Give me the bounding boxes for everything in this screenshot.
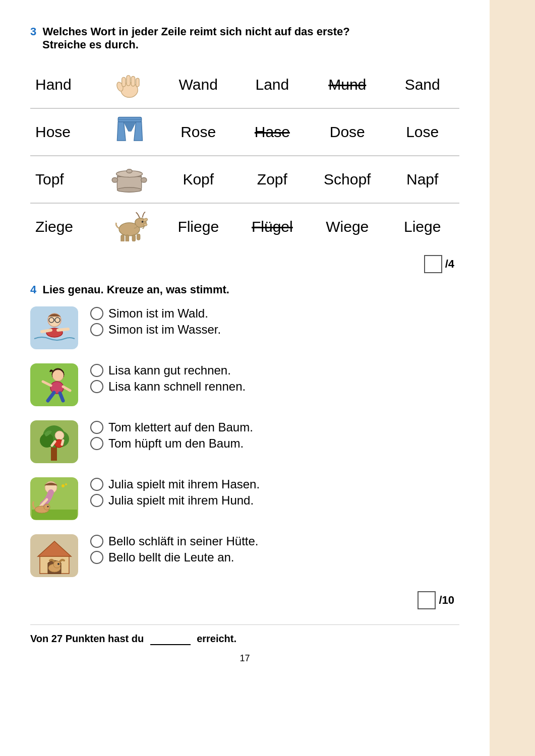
svg-point-54 — [44, 504, 50, 510]
svg-point-63 — [57, 563, 60, 565]
section-3-title: 3 Welches Wort in jeder Zeile reimt sich… — [30, 25, 459, 51]
simon-option-1-text: Simon ist im Wald. — [108, 306, 208, 321]
radio-lisa-2[interactable] — [90, 380, 103, 393]
word-dose: Dose — [309, 108, 385, 156]
tom-option-2-text: Tom hüpft um den Baum. — [108, 436, 244, 451]
pot-icon-cell — [97, 156, 161, 203]
svg-rect-23 — [137, 234, 140, 240]
score-3-box — [424, 255, 442, 273]
tom-option-1-text: Tom klettert auf den Baum. — [108, 420, 253, 434]
tom-image — [30, 420, 78, 463]
pot-icon — [110, 161, 148, 194]
first-word-hose: Hose — [30, 108, 97, 156]
word-zopf: Zopf — [235, 156, 310, 203]
question-simon: Simon ist im Wald. Simon ist im Wasser. — [30, 306, 459, 349]
section-3-instruction-2: Streiche es durch. — [42, 38, 139, 51]
lisa-option-1-text: Lisa kann gut rechnen. — [108, 363, 231, 377]
julia-illustration — [32, 478, 77, 520]
section-3: 3 Welches Wort in jeder Zeile reimt sich… — [30, 25, 459, 273]
simon-options: Simon ist im Wald. Simon ist im Wasser. — [90, 306, 221, 337]
table-row: Hand — [30, 61, 459, 108]
score-4-box — [418, 591, 436, 609]
svg-point-18 — [142, 221, 144, 223]
radio-simon-2[interactable] — [90, 323, 103, 336]
first-word-hand: Hand — [30, 61, 97, 108]
svg-line-28 — [58, 329, 68, 330]
radio-tom-2[interactable] — [90, 437, 103, 450]
word-wand: Wand — [161, 61, 235, 108]
word-schopf: Schopf — [309, 156, 385, 203]
tom-option-1[interactable]: Tom klettert auf den Baum. — [90, 420, 253, 434]
svg-point-34 — [52, 370, 64, 381]
hand-icon-cell — [97, 61, 161, 108]
radio-tom-1[interactable] — [90, 421, 103, 434]
julia-option-2-text: Julia spielt mit ihrem Hund. — [108, 493, 254, 508]
tom-options: Tom klettert auf den Baum. Tom hüpft um … — [90, 420, 253, 451]
section-4: 4 Lies genau. Kreuze an, was stimmt. — [30, 283, 459, 609]
footer: Von 27 Punkten hast du erreicht. — [30, 624, 459, 645]
lisa-image — [30, 363, 78, 406]
svg-line-27 — [42, 330, 51, 332]
radio-julia-1[interactable] — [90, 478, 103, 491]
svg-rect-5 — [136, 78, 140, 87]
simon-illustration — [32, 307, 77, 349]
svg-rect-4 — [131, 77, 135, 87]
word-lose: Lose — [385, 108, 459, 156]
word-liege: Liege — [385, 203, 459, 250]
footer-text-before: Von 27 Punkten hast du — [30, 633, 144, 644]
svg-line-48 — [62, 440, 63, 445]
word-sand: Sand — [385, 61, 459, 108]
score-4-label: /10 — [439, 594, 454, 607]
julia-option-1-text: Julia spielt mit ihrem Hasen. — [108, 477, 260, 491]
svg-point-57 — [65, 483, 67, 485]
lisa-option-2[interactable]: Lisa kann schnell rennen. — [90, 380, 246, 394]
simon-option-2[interactable]: Simon ist im Wasser. — [90, 323, 221, 337]
radio-simon-1[interactable] — [90, 307, 103, 320]
svg-rect-21 — [126, 235, 129, 241]
footer-text: Von 27 Punkten hast du erreicht. — [30, 633, 236, 645]
section-4-instruction: Lies genau. Kreuze an, was stimmt. — [42, 283, 229, 296]
lisa-illustration — [32, 364, 77, 406]
bello-option-1[interactable]: Bello schläft in seiner Hütte. — [90, 534, 258, 548]
lisa-option-1[interactable]: Lisa kann gut rechnen. — [90, 363, 246, 377]
tom-illustration — [32, 421, 77, 463]
svg-point-12 — [127, 169, 132, 173]
section-4-title: 4 Lies genau. Kreuze an, was stimmt. — [30, 283, 459, 296]
svg-point-19 — [143, 223, 147, 226]
svg-point-45 — [55, 431, 64, 440]
rhyme-table: Hand — [30, 61, 459, 250]
simon-option-2-text: Simon ist im Wasser. — [108, 323, 221, 337]
word-hase: Hase — [235, 108, 310, 156]
score-3-label: /4 — [445, 258, 454, 271]
goat-icon — [110, 209, 148, 241]
julia-option-1[interactable]: Julia spielt mit ihrem Hasen. — [90, 477, 260, 491]
question-lisa: Lisa kann gut rechnen. Lisa kann schnell… — [30, 363, 459, 406]
hand-icon — [110, 67, 148, 99]
score-3-container: /4 — [30, 255, 459, 273]
table-row: Ziege — [30, 203, 459, 250]
sidebar — [490, 0, 535, 756]
simon-option-1[interactable]: Simon ist im Wald. — [90, 306, 221, 321]
radio-lisa-1[interactable] — [90, 364, 103, 377]
julia-option-2[interactable]: Julia spielt mit ihrem Hund. — [90, 493, 260, 508]
word-mund: Mund — [309, 61, 385, 108]
svg-rect-14 — [141, 178, 147, 182]
word-land: Land — [235, 61, 310, 108]
section-4-number: 4 — [30, 283, 36, 296]
radio-bello-2[interactable] — [90, 551, 103, 564]
bello-option-2[interactable]: Bello bellt die Leute an. — [90, 550, 258, 564]
lisa-option-2-text: Lisa kann schnell rennen. — [108, 380, 246, 394]
table-row: Topf — [30, 156, 459, 203]
tom-option-2[interactable]: Tom hüpft um den Baum. — [90, 436, 253, 451]
word-napf: Napf — [385, 156, 459, 203]
bello-illustration — [32, 535, 77, 577]
first-word-topf: Topf — [30, 156, 97, 203]
footer-blank — [150, 635, 191, 645]
svg-point-55 — [47, 506, 48, 507]
pants-icon — [110, 114, 148, 147]
bello-options: Bello schläft in seiner Hütte. Bello bel… — [90, 534, 258, 564]
page-number: 17 — [30, 653, 459, 664]
radio-bello-1[interactable] — [90, 535, 103, 548]
bello-option-2-text: Bello bellt die Leute an. — [108, 550, 234, 564]
radio-julia-2[interactable] — [90, 494, 103, 507]
